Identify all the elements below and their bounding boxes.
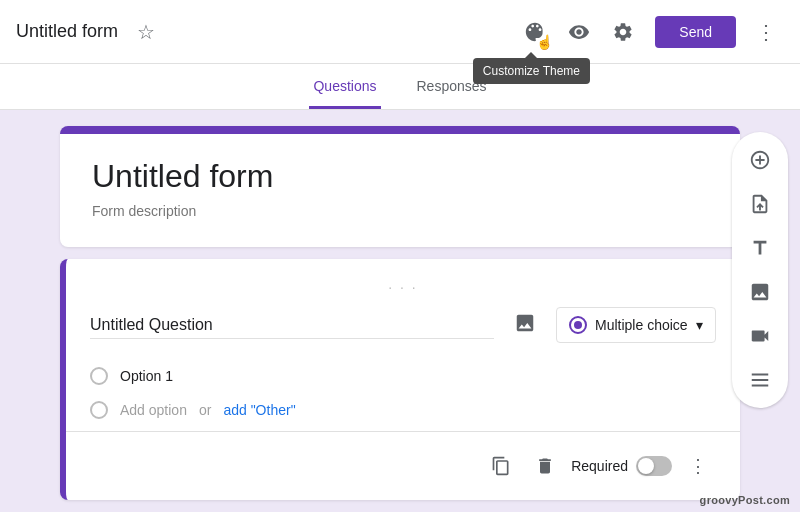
- sidebar-add-image-button[interactable]: [740, 272, 780, 312]
- required-toggle[interactable]: [636, 456, 672, 476]
- gear-icon: [612, 21, 634, 43]
- form-description[interactable]: Form description: [92, 203, 708, 219]
- tooltip-customize-theme: Customize Theme: [473, 58, 590, 84]
- duplicate-icon: [491, 456, 511, 476]
- or-text: or: [199, 402, 211, 418]
- more-options-button[interactable]: ⋮: [748, 12, 784, 52]
- sidebar-add-video-button[interactable]: [740, 316, 780, 356]
- title-icon: [749, 237, 771, 259]
- tabs-bar: Questions Responses: [0, 64, 800, 110]
- radio-dot: [574, 321, 582, 329]
- add-option-button[interactable]: Add option: [120, 402, 187, 418]
- sidebar-add-question-button[interactable]: [740, 140, 780, 180]
- video-icon: [749, 325, 771, 347]
- image-icon: [514, 312, 536, 334]
- more-question-options-button[interactable]: ⋮: [680, 448, 716, 484]
- drag-handle[interactable]: · · ·: [90, 279, 716, 295]
- app-title: Untitled form: [16, 21, 118, 42]
- card-footer: Required ⋮: [90, 444, 716, 484]
- toggle-knob: [638, 458, 654, 474]
- sidebar-add-section-button[interactable]: [740, 360, 780, 400]
- question-card: · · · Multiple choice ▾ Option: [60, 259, 740, 500]
- preview-icon: [568, 21, 590, 43]
- sidebar-add-title-button[interactable]: [740, 228, 780, 268]
- tab-questions[interactable]: Questions: [309, 64, 380, 109]
- card-divider: [66, 431, 740, 432]
- duplicate-button[interactable]: [483, 448, 519, 484]
- delete-button[interactable]: [527, 448, 563, 484]
- more-vert-icon: ⋮: [689, 455, 707, 477]
- header-actions: ☝ Send ⋮: [515, 12, 784, 52]
- type-label: Multiple choice: [595, 317, 688, 333]
- option-1-text[interactable]: Option 1: [120, 368, 173, 384]
- option-radio-1: [90, 367, 108, 385]
- send-button[interactable]: Send: [655, 16, 736, 48]
- add-circle-icon: [749, 149, 771, 171]
- star-button[interactable]: ☆: [126, 12, 166, 52]
- sidebar-import-button[interactable]: [740, 184, 780, 224]
- add-other-button[interactable]: add "Other": [223, 402, 295, 418]
- add-option-radio: [90, 401, 108, 419]
- required-row: Required: [571, 456, 672, 476]
- add-option-row: Add option or add "Other": [90, 401, 716, 419]
- preview-button[interactable]: [559, 12, 599, 52]
- settings-button[interactable]: [603, 12, 643, 52]
- import-icon: [749, 193, 771, 215]
- section-icon: [749, 369, 771, 391]
- chevron-down-icon: ▾: [696, 317, 703, 333]
- add-image-button[interactable]: [510, 308, 540, 343]
- option-row-1: Option 1: [90, 363, 716, 389]
- form-title-card: Untitled form Form description: [60, 126, 740, 247]
- form-title[interactable]: Untitled form: [92, 158, 708, 195]
- right-sidebar: [732, 132, 788, 408]
- delete-icon: [535, 456, 555, 476]
- customize-theme-button[interactable]: ☝: [515, 12, 555, 52]
- question-input[interactable]: [90, 312, 494, 339]
- question-type-select[interactable]: Multiple choice ▾: [556, 307, 716, 343]
- type-select-inner: Multiple choice: [569, 316, 688, 334]
- question-row: Multiple choice ▾: [90, 307, 716, 343]
- header: Untitled form ☆ ☝ Send ⋮ Customize Theme: [0, 0, 800, 64]
- required-label: Required: [571, 458, 628, 474]
- radio-filled-icon: [569, 316, 587, 334]
- main-content: Untitled form Form description · · · Mul…: [0, 110, 800, 510]
- add-image-icon: [749, 281, 771, 303]
- palette-icon: [524, 21, 546, 43]
- watermark: groovyPost.com: [700, 494, 790, 506]
